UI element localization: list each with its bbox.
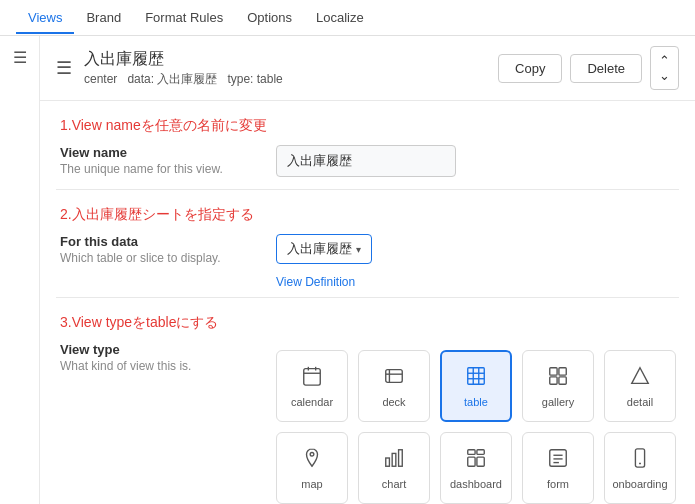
form-icon xyxy=(547,447,569,474)
header-actions: Copy Delete ⌃⌄ xyxy=(498,46,679,90)
map-icon xyxy=(301,447,323,474)
svg-rect-21 xyxy=(468,449,475,454)
content-area: ☰ 入出庫履歴 center data: 入出庫履歴 type: table C… xyxy=(40,36,695,504)
gallery-icon xyxy=(547,365,569,392)
svg-rect-18 xyxy=(386,458,390,466)
view-type-label-col: View type What kind of view this is. xyxy=(60,342,260,373)
calendar-label: calendar xyxy=(291,396,333,408)
chevron-button[interactable]: ⌃⌄ xyxy=(650,46,679,90)
view-meta: center data: 入出庫履歴 type: table xyxy=(84,71,498,88)
svg-rect-25 xyxy=(550,449,567,466)
onboarding-icon xyxy=(629,447,651,474)
view-type-table[interactable]: table xyxy=(440,350,512,422)
step2-section: 2.入出庫履歴シートを指定する For this data Which tabl… xyxy=(40,190,695,297)
svg-rect-13 xyxy=(559,367,566,374)
svg-rect-20 xyxy=(399,449,403,466)
step2-annotation: 2.入出庫履歴シートを指定する xyxy=(60,206,675,224)
svg-rect-29 xyxy=(635,448,644,466)
view-type-calendar[interactable]: calendar xyxy=(276,350,348,422)
view-type-chart[interactable]: chart xyxy=(358,432,430,504)
view-type-form[interactable]: form xyxy=(522,432,594,504)
chart-label: chart xyxy=(382,478,406,490)
calendar-icon xyxy=(301,365,323,392)
onboarding-label: onboarding xyxy=(612,478,667,490)
svg-rect-19 xyxy=(392,453,396,466)
gallery-label: gallery xyxy=(542,396,574,408)
header-info: 入出庫履歴 center data: 入出庫履歴 type: table xyxy=(84,49,498,88)
nav-brand[interactable]: Brand xyxy=(74,2,133,33)
view-type-onboarding[interactable]: onboarding xyxy=(604,432,676,504)
table-label: table xyxy=(464,396,488,408)
deck-icon xyxy=(383,365,405,392)
view-header: ☰ 入出庫履歴 center data: 入出庫履歴 type: table C… xyxy=(40,36,695,101)
copy-button[interactable]: Copy xyxy=(498,54,562,83)
for-this-data-label-col: For this data Which table or slice to di… xyxy=(60,234,260,265)
deck-label: deck xyxy=(382,396,405,408)
nav-format-rules[interactable]: Format Rules xyxy=(133,2,235,33)
view-name-input[interactable]: 入出庫履歴 xyxy=(276,145,456,177)
view-type-deck[interactable]: deck xyxy=(358,350,430,422)
detail-label: detail xyxy=(627,396,653,408)
top-nav: Views Brand Format Rules Options Localiz… xyxy=(0,0,695,36)
dashboard-icon xyxy=(465,447,487,474)
svg-rect-0 xyxy=(304,368,321,385)
dashboard-label: dashboard xyxy=(450,478,502,490)
for-this-data-desc: Which table or slice to display. xyxy=(60,251,260,265)
chart-icon xyxy=(383,447,405,474)
svg-rect-4 xyxy=(386,369,403,382)
view-type-map[interactable]: map xyxy=(276,432,348,504)
meta-data: data: 入出庫履歴 xyxy=(127,72,217,86)
view-type-grid: calendardecktablegallerydetailmapchartda… xyxy=(276,350,676,504)
svg-rect-22 xyxy=(477,449,484,454)
map-label: map xyxy=(301,478,322,490)
main-area: ☰ ☰ 入出庫履歴 center data: 入出庫履歴 type: table… xyxy=(0,36,695,504)
svg-rect-15 xyxy=(559,376,566,383)
menu-icon[interactable]: ☰ xyxy=(13,48,27,67)
step3-annotation: 3.View typeをtableにする xyxy=(60,314,675,332)
view-definition-link[interactable]: View Definition xyxy=(276,275,355,289)
view-type-row: View type What kind of view this is. cal… xyxy=(60,342,675,504)
view-name-row: View name The unique name for this view.… xyxy=(60,145,675,177)
step1-annotation: 1.View nameを任意の名前に変更 xyxy=(60,117,675,135)
view-type-grid-col: calendardecktablegallerydetailmapchartda… xyxy=(276,342,676,504)
svg-rect-24 xyxy=(477,457,484,466)
for-this-data-row: For this data Which table or slice to di… xyxy=(60,234,675,265)
delete-button[interactable]: Delete xyxy=(570,54,642,83)
svg-point-17 xyxy=(310,452,314,456)
view-type-detail[interactable]: detail xyxy=(604,350,676,422)
detail-icon xyxy=(629,365,651,392)
meta-center: center xyxy=(84,72,117,86)
nav-options[interactable]: Options xyxy=(235,2,304,33)
for-this-data-input-col: 入出庫履歴 xyxy=(276,234,675,264)
view-name-label: View name xyxy=(60,145,260,160)
nav-localize[interactable]: Localize xyxy=(304,2,376,33)
svg-rect-12 xyxy=(550,367,557,374)
svg-rect-7 xyxy=(468,367,485,384)
step3-section: 3.View typeをtableにする View type What kind… xyxy=(40,298,695,504)
data-select-dropdown[interactable]: 入出庫履歴 xyxy=(276,234,372,264)
view-type-label: View type xyxy=(60,342,260,357)
for-this-data-label: For this data xyxy=(60,234,260,249)
view-type-gallery[interactable]: gallery xyxy=(522,350,594,422)
svg-marker-16 xyxy=(632,367,649,383)
table-icon xyxy=(465,365,487,392)
view-name-label-col: View name The unique name for this view. xyxy=(60,145,260,176)
nav-views[interactable]: Views xyxy=(16,2,74,33)
meta-type: type: table xyxy=(227,72,282,86)
view-icon: ☰ xyxy=(56,57,72,79)
view-type-dashboard[interactable]: dashboard xyxy=(440,432,512,504)
step1-section: 1.View nameを任意の名前に変更 View name The uniqu… xyxy=(40,101,695,189)
view-name-input-col: 入出庫履歴 xyxy=(276,145,675,177)
form-label: form xyxy=(547,478,569,490)
sidebar: ☰ xyxy=(0,36,40,504)
view-type-desc: What kind of view this is. xyxy=(60,359,260,373)
svg-rect-23 xyxy=(468,457,475,466)
svg-rect-14 xyxy=(550,376,557,383)
view-name-desc: The unique name for this view. xyxy=(60,162,260,176)
view-title: 入出庫履歴 xyxy=(84,49,498,70)
